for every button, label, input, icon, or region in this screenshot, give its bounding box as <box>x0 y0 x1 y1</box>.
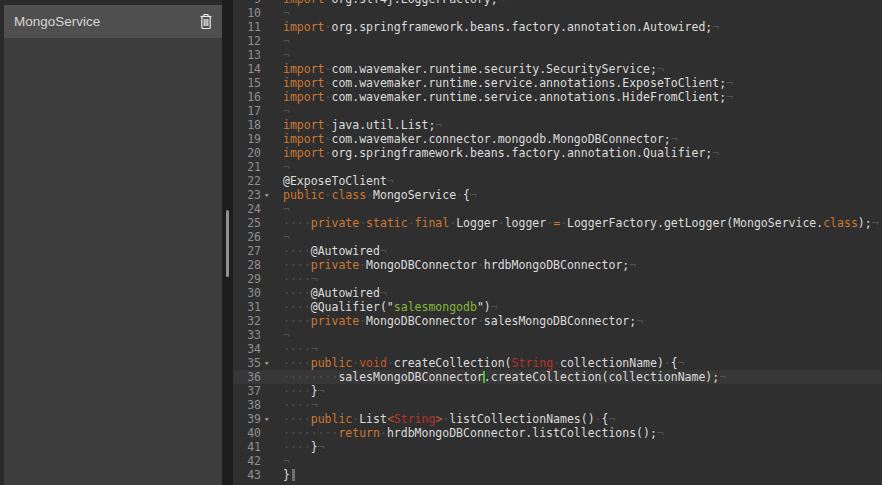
code-line[interactable]: 23▾public·class·MongoService·{¬ <box>233 188 882 202</box>
code-line[interactable]: 10¬ <box>233 6 882 20</box>
whitespace-mark: ···· <box>283 272 311 286</box>
code-line[interactable]: 40········return·hrdbMongoDBConnector.li… <box>233 426 882 440</box>
code-line[interactable]: 21¬ <box>233 160 882 174</box>
fold-column <box>261 76 283 90</box>
whitespace-mark: · <box>366 188 373 202</box>
line-number: 29 <box>233 272 261 286</box>
code-line[interactable]: 25····private·static·final·Logger·logger… <box>233 216 882 230</box>
whitespace-mark: · <box>560 216 567 230</box>
code-line[interactable]: 34····¬ <box>233 342 882 356</box>
fold-column <box>261 20 283 34</box>
code-line[interactable]: 38····¬ <box>233 398 882 412</box>
whitespace-mark: · <box>553 356 560 370</box>
code-line[interactable]: 30····@Autowired¬ <box>233 286 882 300</box>
fold-column <box>261 286 283 300</box>
code-line[interactable]: 14import·com.wavemaker.runtime.security.… <box>233 62 882 76</box>
code-token: @Autowired <box>311 244 380 258</box>
code-text: ····@Qualifier("salesmongodb")¬ <box>283 300 882 314</box>
code-token: collectionName) <box>560 356 664 370</box>
eol-mark: ¬ <box>872 216 879 230</box>
code-line[interactable]: 24¬ <box>233 202 882 216</box>
eol-mark: ¬ <box>311 342 318 356</box>
eol-mark: ¬ <box>657 426 664 440</box>
fold-column <box>261 272 283 286</box>
code-line[interactable]: 41····}¬ <box>233 440 882 454</box>
code-token: } <box>283 468 290 482</box>
code-token: org.springframework.beans.factory.annota… <box>331 146 712 160</box>
code-text: import·com.wavemaker.runtime.security.Se… <box>283 62 882 76</box>
eol-mark: ¬ <box>636 314 643 328</box>
line-number: 31 <box>233 300 261 314</box>
line-number: 12 <box>233 34 261 48</box>
app-window: MongoService 9import·org.slf4j.LoggerFac… <box>0 0 882 485</box>
code-token: ") <box>477 300 491 314</box>
code-line[interactable]: 33¬ <box>233 328 882 342</box>
code-editor[interactable]: 9import·org.slf4j.LoggerFactory;¬10¬11im… <box>233 0 882 485</box>
code-line[interactable]: 31····@Qualifier("salesmongodb")¬ <box>233 300 882 314</box>
sidebar-item-mongoservice[interactable]: MongoService <box>4 5 222 38</box>
line-number: 34 <box>233 342 261 356</box>
code-line[interactable]: 35▾····public·void·createCollection(Stri… <box>233 356 882 370</box>
line-number: 18 <box>233 118 261 132</box>
code-token: MongoDBConnector <box>366 314 477 328</box>
eol-mark: ¬ <box>380 286 387 300</box>
code-token: import <box>283 62 325 76</box>
code-token: import <box>283 118 325 132</box>
fold-toggle-icon[interactable]: ▾ <box>261 412 283 426</box>
trash-icon <box>199 13 213 30</box>
code-line[interactable]: 22@ExposeToClient¬ <box>233 174 882 188</box>
code-token: private <box>311 216 359 230</box>
code-line[interactable]: 20import·org.springframework.beans.facto… <box>233 146 882 160</box>
code-line[interactable]: 37····}¬ <box>233 384 882 398</box>
code-line[interactable]: 39▾····public·List<String>·listCollectio… <box>233 412 882 426</box>
code-text: ········salesMongoDBConnector.createColl… <box>283 370 882 384</box>
fold-column <box>261 454 283 468</box>
code-line[interactable]: 18import·java.util.List;¬ <box>233 118 882 132</box>
code-token: org.springframework.beans.factory.annota… <box>331 20 712 34</box>
eol-mark: ¬ <box>283 6 290 20</box>
code-text: ¬ <box>283 230 882 244</box>
code-line[interactable]: 11import·org.springframework.beans.facto… <box>233 20 882 34</box>
line-number: 24 <box>233 202 261 216</box>
code-line[interactable]: 19import·com.wavemaker.connector.mongodb… <box>233 132 882 146</box>
eol-mark: ¬ <box>435 118 442 132</box>
code-token: hrdbMongoDBConnector; <box>484 258 629 272</box>
code-text: @ExposeToClient¬ <box>283 174 882 188</box>
fold-column <box>261 6 283 20</box>
code-token: List <box>359 412 387 426</box>
code-token: private <box>311 258 359 272</box>
line-number: 38 <box>233 398 261 412</box>
code-token: final <box>415 216 450 230</box>
code-line[interactable]: 28····private·MongoDBConnector·hrdbMongo… <box>233 258 882 272</box>
delete-service-button[interactable] <box>199 13 213 30</box>
code-text: ¬ <box>283 454 882 468</box>
code-line[interactable]: 15import·com.wavemaker.runtime.service.a… <box>233 76 882 90</box>
code-token: public <box>283 188 325 202</box>
code-text: ····public·List<String>·listCollectionNa… <box>283 412 882 426</box>
code-token: } <box>311 440 318 454</box>
panel-divider[interactable] <box>222 0 233 485</box>
code-line[interactable]: 16import·com.wavemaker.runtime.service.a… <box>233 90 882 104</box>
code-line[interactable]: 43} <box>233 468 882 482</box>
code-line[interactable]: 29····¬ <box>233 272 882 286</box>
scrollbar-thumb[interactable] <box>226 210 229 277</box>
code-line[interactable]: 36········salesMongoDBConnector.createCo… <box>233 370 882 384</box>
line-number: 14 <box>233 62 261 76</box>
code-line[interactable]: 42¬ <box>233 454 882 468</box>
fold-toggle-icon[interactable]: ▾ <box>261 188 283 202</box>
code-line[interactable]: 27····@Autowired¬ <box>233 244 882 258</box>
whitespace-mark: ···· <box>283 384 311 398</box>
code-line[interactable]: 32····private·MongoDBConnector·salesMong… <box>233 314 882 328</box>
whitespace-mark: ···· <box>283 258 311 272</box>
code-line[interactable]: 26¬ <box>233 230 882 244</box>
whitespace-mark: · <box>380 426 387 440</box>
eof-marker <box>292 469 295 481</box>
code-line[interactable]: 13¬ <box>233 48 882 62</box>
eol-mark: ¬ <box>678 356 685 370</box>
fold-column <box>261 48 283 62</box>
code-line[interactable]: 12¬ <box>233 34 882 48</box>
code-line[interactable]: 17¬ <box>233 104 882 118</box>
fold-toggle-icon[interactable]: ▾ <box>261 356 283 370</box>
code-token: salesMongoDBConnector; <box>484 314 636 328</box>
line-number: 23 <box>233 188 261 202</box>
